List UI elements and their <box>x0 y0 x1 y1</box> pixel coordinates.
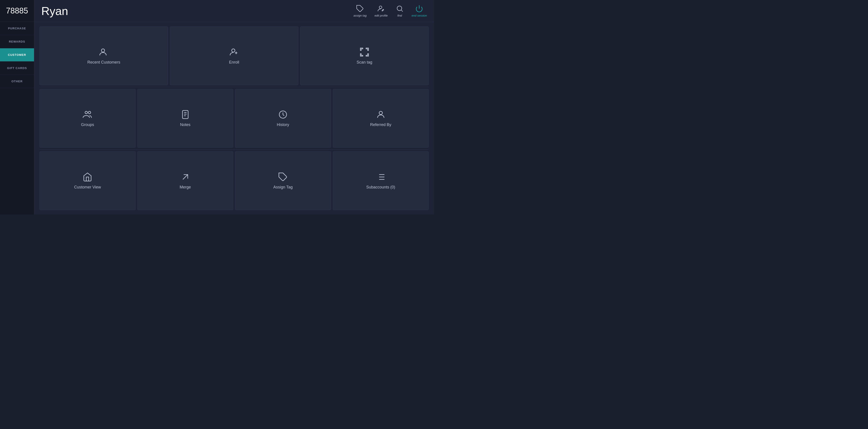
customer-view-icon <box>83 172 92 182</box>
store-id: 78885 <box>0 0 34 22</box>
sidebar-item-purchase[interactable]: PURCHASE <box>0 22 34 35</box>
grid-row-1: Recent Customers Enroll Scan tag <box>39 27 429 87</box>
grid-row-2: Groups Notes History <box>39 89 429 150</box>
recent-customers-card[interactable]: Recent Customers <box>39 27 168 85</box>
end-session-button[interactable]: end session <box>412 5 427 17</box>
enroll-icon <box>229 47 239 57</box>
referred-by-card[interactable]: Referred By <box>333 89 429 147</box>
assign-tag-card-icon <box>278 172 288 182</box>
subaccounts-label: Subaccounts (0) <box>366 185 395 190</box>
sidebar: 78885 PURCHASE REWARDS CUSTOMER GIFT CAR… <box>0 0 34 214</box>
svg-point-16 <box>379 111 382 114</box>
edit-profile-label: edit profile <box>375 14 388 17</box>
referred-by-icon <box>376 110 385 120</box>
sidebar-item-other[interactable]: OTHER <box>0 75 34 88</box>
scan-tag-card[interactable]: Scan tag <box>300 27 429 85</box>
sidebar-nav: PURCHASE REWARDS CUSTOMER GIFT CARDS OTH… <box>0 22 34 214</box>
find-icon <box>396 5 404 12</box>
edit-profile-button[interactable]: edit profile <box>375 5 388 17</box>
find-label: find <box>397 14 402 17</box>
main-content: Ryan assign tag edit profile <box>34 0 434 214</box>
svg-rect-11 <box>182 110 188 119</box>
sidebar-item-customer[interactable]: CUSTOMER <box>0 48 34 62</box>
end-session-icon <box>415 5 423 12</box>
sidebar-item-rewards[interactable]: REWARDS <box>0 35 34 48</box>
grid-row-3: Customer View Merge Assign Tag <box>39 152 429 210</box>
recent-customers-label: Recent Customers <box>87 60 120 65</box>
scan-tag-label: Scan tag <box>356 60 372 65</box>
svg-point-9 <box>85 111 88 114</box>
history-card[interactable]: History <box>235 89 331 147</box>
svg-point-10 <box>88 111 91 114</box>
action-grid: Recent Customers Enroll Scan tag <box>34 22 434 214</box>
enroll-label: Enroll <box>229 60 239 65</box>
assign-tag-card[interactable]: Assign Tag <box>235 152 331 210</box>
scan-tag-icon <box>360 47 369 57</box>
assign-tag-button[interactable]: assign tag <box>353 5 366 17</box>
groups-icon <box>83 110 92 120</box>
subaccounts-icon <box>376 172 385 182</box>
customer-name: Ryan <box>41 4 68 18</box>
assign-tag-card-label: Assign Tag <box>273 185 292 190</box>
customer-view-label: Customer View <box>74 185 101 190</box>
groups-label: Groups <box>81 123 94 127</box>
merge-card[interactable]: Merge <box>137 152 234 210</box>
svg-line-3 <box>401 10 403 12</box>
svg-point-5 <box>101 49 105 52</box>
header: Ryan assign tag edit profile <box>34 0 434 22</box>
end-session-label: end session <box>412 14 427 17</box>
notes-label: Notes <box>180 123 190 127</box>
notes-icon <box>181 110 190 120</box>
referred-by-label: Referred By <box>370 123 391 127</box>
edit-profile-icon <box>377 5 385 12</box>
svg-point-2 <box>397 6 402 10</box>
groups-card[interactable]: Groups <box>39 89 135 147</box>
history-label: History <box>277 123 289 127</box>
header-actions: assign tag edit profile find <box>353 5 427 17</box>
enroll-card[interactable]: Enroll <box>170 27 299 85</box>
subaccounts-card[interactable]: Subaccounts (0) <box>333 152 429 210</box>
history-icon <box>278 110 288 120</box>
assign-tag-icon <box>356 5 364 12</box>
customer-view-card[interactable]: Customer View <box>39 152 135 210</box>
recent-customers-icon <box>99 47 108 57</box>
merge-label: Merge <box>180 185 191 190</box>
svg-line-17 <box>183 174 188 179</box>
svg-point-1 <box>379 6 382 9</box>
assign-tag-label: assign tag <box>353 14 366 17</box>
sidebar-item-gift-cards[interactable]: GIFT CARDS <box>0 62 34 75</box>
find-button[interactable]: find <box>396 5 404 17</box>
notes-card[interactable]: Notes <box>137 89 234 147</box>
svg-point-6 <box>232 49 235 52</box>
merge-icon <box>181 172 190 182</box>
